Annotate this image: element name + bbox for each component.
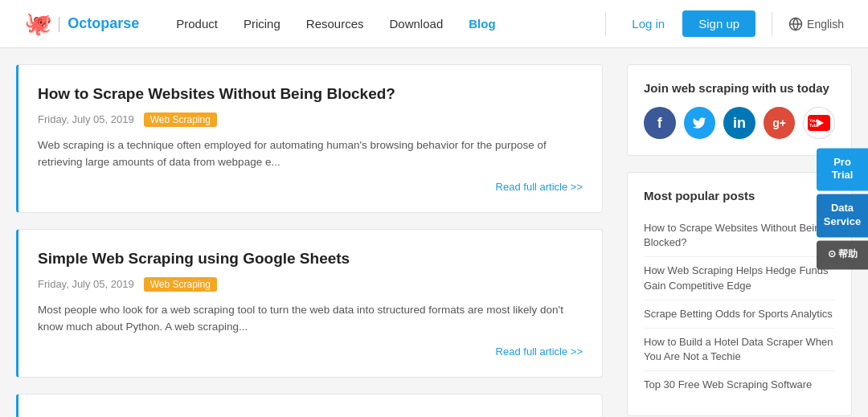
svg-text:Tube: Tube xyxy=(809,123,819,128)
popular-item[interactable]: How Web Scraping Helps Hedge Funds Gain … xyxy=(644,257,835,300)
pro-trial-button[interactable]: Pro Trial xyxy=(817,148,868,191)
popular-item[interactable]: How to Build a Hotel Data Scraper When Y… xyxy=(644,329,835,371)
article-date: Friday, July 05, 2019 xyxy=(38,278,134,290)
nav-menu: Product Pricing Resources Download Blog xyxy=(163,0,597,48)
twitter-icon[interactable] xyxy=(684,107,716,139)
data-service-line2: Service xyxy=(824,216,861,228)
popular-item[interactable]: How to Scrape Websites Without Being Blo… xyxy=(644,215,835,257)
read-more-link[interactable]: Read full article >> xyxy=(38,345,583,358)
sidebar-join-title: Join web scraping with us today xyxy=(644,81,835,95)
article-title: Simple Web Scraping using Google Sheets xyxy=(38,249,583,269)
float-btn-area: Pro Trial Data Service ⊙ 帮助 xyxy=(817,148,868,269)
language-selector[interactable]: English xyxy=(788,17,844,31)
data-service-line1: Data xyxy=(831,202,854,215)
article-date: Friday, July 05, 2019 xyxy=(38,113,134,125)
help-icon: ⊙ xyxy=(828,248,836,261)
logo-divider: | xyxy=(57,14,61,33)
nav-resources[interactable]: Resources xyxy=(293,0,377,48)
header: 🐙 | Octoparse Product Pricing Resources … xyxy=(0,0,868,48)
article-title: Big Data: 70 Amazing Free Data Sources Y… xyxy=(38,414,583,417)
articles-column: How to Scrape Websites Without Being Blo… xyxy=(16,64,603,417)
article-meta: Friday, July 05, 2019 Web Scraping xyxy=(38,277,583,292)
article-title: How to Scrape Websites Without Being Blo… xyxy=(38,84,583,104)
article-card: Simple Web Scraping using Google Sheets … xyxy=(16,229,603,378)
nav-pricing[interactable]: Pricing xyxy=(231,0,293,48)
article-excerpt: Web scraping is a technique often employ… xyxy=(38,137,583,171)
header-divider xyxy=(605,12,606,36)
data-service-button[interactable]: Data Service xyxy=(817,194,868,238)
nav-download[interactable]: Download xyxy=(377,0,457,48)
article-tag[interactable]: Web Scraping xyxy=(144,277,217,292)
pro-trial-line2: Trial xyxy=(832,170,854,182)
sidebar-popular-title: Most popular posts xyxy=(644,189,835,202)
read-more-link[interactable]: Read full article >> xyxy=(38,181,583,193)
help-label: 帮助 xyxy=(838,248,858,261)
language-label: English xyxy=(807,18,844,31)
logo-link[interactable]: 🐙 | Octoparse xyxy=(24,10,139,37)
logo-icon: 🐙 xyxy=(24,10,52,37)
login-button[interactable]: Log in xyxy=(622,12,674,35)
article-excerpt: Most people who look for a web scraping … xyxy=(38,301,583,336)
help-button[interactable]: ⊙ 帮助 xyxy=(817,240,868,269)
article-meta: Friday, July 05, 2019 Web Scraping xyxy=(38,112,583,127)
nav-product[interactable]: Product xyxy=(163,0,231,48)
logo-text: Octoparse xyxy=(68,15,139,32)
signup-button[interactable]: Sign up xyxy=(682,10,755,37)
article-card: How to Scrape Websites Without Being Blo… xyxy=(16,64,603,213)
social-icons: f in g+ YouTube xyxy=(644,107,835,139)
pro-trial-line1: Pro xyxy=(833,156,851,168)
linkedin-icon[interactable]: in xyxy=(723,107,755,139)
main-container: How to Scrape Websites Without Being Blo… xyxy=(0,48,868,417)
popular-item[interactable]: Scrape Betting Odds for Sports Analytics xyxy=(644,300,835,329)
popular-item[interactable]: Top 30 Free Web Scraping Software xyxy=(644,371,835,399)
header-right: Log in Sign up English xyxy=(597,10,844,37)
globe-icon xyxy=(788,17,803,31)
header-divider-2 xyxy=(772,12,772,36)
sidebar-join: Join web scraping with us today f in g+ … xyxy=(627,64,852,156)
article-tag[interactable]: Web Scraping xyxy=(144,112,217,127)
google-icon[interactable]: g+ xyxy=(764,107,796,139)
article-card: Big Data: 70 Amazing Free Data Sources Y… xyxy=(16,394,603,417)
nav-blog[interactable]: Blog xyxy=(456,0,508,48)
youtube-icon[interactable]: YouTube xyxy=(803,107,835,139)
facebook-icon[interactable]: f xyxy=(644,107,676,139)
